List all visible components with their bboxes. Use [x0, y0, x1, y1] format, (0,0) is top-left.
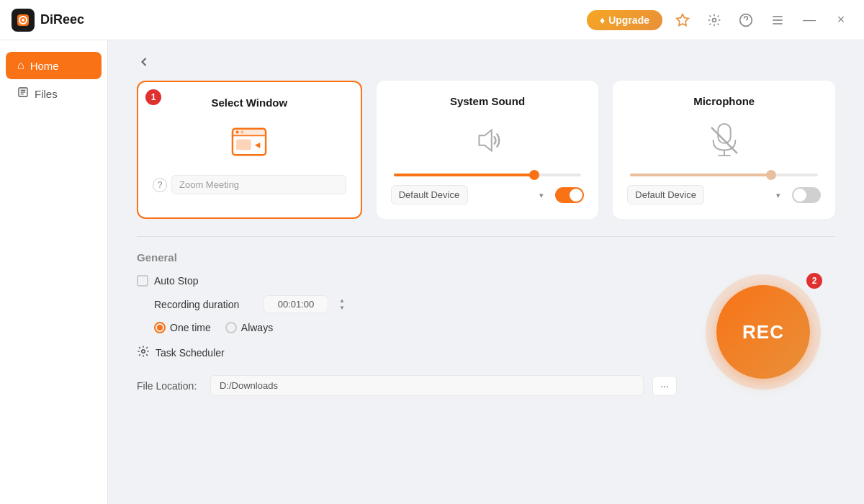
settings-button[interactable] — [703, 9, 726, 32]
task-scheduler-label: Task Scheduler — [156, 347, 225, 359]
title-actions: ♦ Upgrade — × — [587, 9, 852, 32]
general-content: Auto Stop Recording duration ▲ ▼ — [137, 275, 835, 396]
system-sound-toggle[interactable] — [555, 187, 584, 203]
window-input[interactable] — [171, 175, 346, 194]
section-divider — [137, 236, 835, 237]
system-sound-slider[interactable] — [391, 174, 585, 176]
gear-icon — [137, 345, 150, 361]
system-sound-fill — [394, 174, 535, 176]
window-input-row: ? — [153, 175, 346, 194]
microphone-toggle-knob — [793, 189, 806, 202]
rec-container: REC 2 — [691, 268, 835, 396]
general-left: Auto Stop Recording duration ▲ ▼ — [137, 275, 677, 396]
svg-point-22 — [142, 350, 145, 354]
svg-rect-17 — [237, 140, 251, 149]
auto-stop-checkbox[interactable] — [137, 275, 148, 287]
microphone-card[interactable]: Microphone — [613, 81, 835, 219]
select-window-badge: 1 — [145, 89, 161, 105]
menu-button[interactable] — [766, 9, 789, 32]
svg-point-15 — [236, 131, 239, 134]
select-window-card[interactable]: 1 Select Window ? — [137, 81, 362, 219]
microphone-thumb — [766, 170, 776, 180]
file-location-label: File Location: — [137, 380, 202, 392]
microphone-select-wrapper: Default Device — [627, 185, 786, 204]
rec-outer-ring: REC 2 — [706, 274, 821, 390]
sidebar-item-home[interactable]: ⌂ Home — [6, 52, 102, 79]
svg-point-3 — [713, 18, 716, 22]
title-bar: DiReec ♦ Upgrade — [0, 0, 864, 40]
sidebar-files-label: Files — [35, 88, 58, 100]
main-layout: ⌂ Home Files — [0, 40, 864, 504]
general-section-title: General — [137, 251, 835, 264]
gem-button[interactable] — [671, 9, 694, 32]
mic-icon-area — [627, 119, 821, 162]
one-time-radio-dot — [157, 325, 163, 330]
auto-stop-row: Auto Stop — [137, 275, 677, 287]
sidebar: ⌂ Home Files — [0, 40, 108, 504]
always-radio[interactable]: Always — [225, 322, 273, 333]
file-location-row: File Location: ··· — [137, 375, 677, 396]
home-icon: ⌂ — [17, 59, 24, 72]
system-sound-toggle-knob — [570, 189, 582, 202]
svg-line-21 — [711, 128, 737, 153]
microphone-toggle[interactable] — [792, 187, 821, 203]
radio-row: One time Always — [137, 322, 677, 333]
upgrade-button[interactable]: ♦ Upgrade — [587, 10, 662, 30]
window-icon-area — [153, 120, 346, 163]
always-radio-circle — [225, 322, 237, 333]
back-button[interactable] — [137, 55, 151, 69]
one-time-radio[interactable]: One time — [154, 322, 211, 333]
logo-icon — [12, 9, 35, 32]
content-area: 1 Select Window ? — [108, 40, 864, 504]
close-button[interactable]: × — [829, 9, 852, 32]
recording-duration-input[interactable] — [264, 295, 328, 313]
auto-stop-label: Auto Stop — [154, 275, 199, 287]
system-sound-select-wrapper: Default Device — [391, 185, 550, 204]
minimize-button[interactable]: — — [798, 9, 821, 32]
svg-point-2 — [22, 19, 24, 22]
microphone-track — [630, 174, 818, 176]
app-logo: DiReec — [12, 9, 84, 32]
always-label: Always — [241, 322, 273, 333]
help-button[interactable] — [734, 9, 757, 32]
duration-down-button[interactable]: ▼ — [337, 305, 347, 312]
system-sound-card[interactable]: System Sound — [377, 81, 599, 219]
system-sound-track — [394, 174, 582, 176]
duration-up-button[interactable]: ▲ — [337, 297, 347, 305]
file-more-button[interactable]: ··· — [652, 376, 677, 396]
microphone-select[interactable]: Default Device — [627, 185, 704, 204]
one-time-radio-circle — [154, 322, 166, 333]
microphone-fill — [630, 174, 771, 176]
duration-spinners: ▲ ▼ — [337, 297, 347, 312]
microphone-select-row: Default Device — [627, 185, 821, 204]
recording-duration-row: Recording duration ▲ ▼ — [137, 295, 677, 313]
task-scheduler-row[interactable]: Task Scheduler — [137, 345, 677, 361]
files-icon — [17, 86, 29, 101]
sidebar-home-label: Home — [30, 60, 59, 72]
svg-point-16 — [241, 131, 244, 134]
gem-icon: ♦ — [600, 14, 605, 26]
recording-duration-label: Recording duration — [154, 299, 255, 310]
rec-label: REC — [742, 321, 784, 343]
sidebar-item-files[interactable]: Files — [0, 79, 107, 108]
rec-badge: 2 — [806, 273, 822, 289]
select-window-title: Select Window — [153, 96, 346, 109]
system-sound-title: System Sound — [391, 95, 585, 107]
system-sound-thumb — [529, 170, 539, 180]
file-location-input[interactable] — [210, 375, 644, 396]
microphone-title: Microphone — [627, 95, 821, 107]
system-sound-select[interactable]: Default Device — [391, 185, 468, 204]
rec-button[interactable]: REC — [716, 285, 810, 379]
upgrade-label: Upgrade — [608, 14, 649, 26]
cards-row: 1 Select Window ? — [137, 81, 835, 219]
one-time-label: One time — [170, 322, 211, 333]
app-title: DiReec — [40, 12, 84, 27]
window-help-icon[interactable]: ? — [153, 178, 167, 192]
sound-icon-area — [391, 119, 585, 162]
system-sound-select-row: Default Device — [391, 185, 585, 204]
microphone-slider[interactable] — [627, 174, 821, 176]
